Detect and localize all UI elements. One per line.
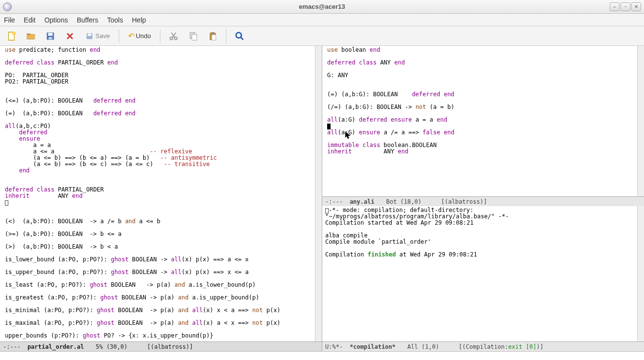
svg-rect-12 — [212, 35, 216, 40]
undo-button-label: Undo — [136, 32, 151, 40]
toolbar-separator — [226, 29, 226, 43]
svg-rect-9 — [192, 34, 197, 40]
modeline-pos: All (1,0) — [407, 343, 439, 350]
undo-button[interactable]: ↶ Undo — [125, 29, 154, 43]
toolbar-separator — [119, 29, 119, 43]
svg-rect-2 — [48, 33, 52, 36]
menubar: File Edit Options Buffers Tools Help — [0, 14, 644, 26]
svg-rect-11 — [211, 32, 214, 34]
compile-finished: finished — [368, 251, 396, 258]
menu-options[interactable]: Options — [44, 16, 68, 24]
compile-start: Compilation started at Wed Apr 29 09:08:… — [325, 219, 473, 226]
menu-edit[interactable]: Edit — [24, 16, 36, 24]
compile-module: Compile module `partial_order' — [325, 238, 431, 245]
modeline-mode: [(albatross)] — [147, 343, 193, 350]
modeline-prefix: U:%*- — [325, 343, 343, 350]
modeline-prefix: -:--- — [325, 198, 343, 205]
modeline-mode: [(Compilation:exit [0])] — [459, 343, 543, 350]
scrollbar[interactable] — [637, 206, 644, 341]
close-button[interactable]: ✕ — [631, 2, 641, 11]
workspace: use predicate; function end deferred cla… — [0, 46, 644, 351]
modeline-mode: [(albatross)] — [441, 198, 487, 205]
modeline-buffer: partial_order.al — [27, 343, 84, 350]
open-file-button[interactable] — [23, 29, 38, 43]
editor-any[interactable]: use boolean end deferred class ANY end G… — [322, 46, 637, 196]
modeline-pos: Bot (18,0) — [386, 198, 422, 205]
modeline-right-top[interactable]: -:--- any.ali Bot (18,0) [(albatross)] — [322, 196, 644, 206]
close-file-button[interactable] — [63, 29, 77, 43]
svg-rect-5 — [88, 33, 91, 36]
window-title: emacs@acer13 — [299, 3, 345, 10]
titlebar: emacs@acer13 – ▫ ✕ — [0, 0, 644, 14]
paste-button[interactable] — [205, 29, 220, 43]
menu-buffers[interactable]: Buffers — [77, 16, 98, 24]
modeline-left[interactable]: -:--- partial_order.al 5% (30,0) [(albat… — [0, 341, 322, 351]
emacs-icon — [3, 2, 12, 11]
svg-point-0 — [12, 31, 16, 35]
left-cursor — [5, 200, 8, 206]
modeline-prefix: -:--- — [3, 343, 21, 350]
minimize-button[interactable]: – — [610, 2, 620, 11]
scrollbar[interactable] — [637, 46, 644, 196]
new-file-button[interactable] — [4, 29, 19, 43]
svg-point-13 — [236, 32, 241, 38]
search-button[interactable] — [232, 29, 247, 43]
cut-button[interactable] — [166, 29, 181, 43]
toolbar-separator — [160, 29, 160, 43]
modeline-right-bot[interactable]: U:%*- *compilation* All (1,0) [(Compilat… — [322, 341, 644, 351]
copy-button[interactable] — [186, 29, 200, 43]
modeline-buffer: *compilation* — [350, 343, 396, 350]
menu-help[interactable]: Help — [132, 16, 146, 24]
save-button[interactable]: Save — [82, 29, 113, 43]
undo-arrow-icon: ↶ — [128, 31, 134, 41]
modeline-buffer: any.ali — [350, 198, 375, 205]
right-pane: use boolean end deferred class ANY end G… — [322, 46, 644, 351]
menu-file[interactable]: File — [4, 16, 15, 24]
maximize-button[interactable]: ▫ — [621, 2, 630, 11]
editor-partial-order[interactable]: use predicate; function end deferred cla… — [0, 46, 315, 341]
minibuffer[interactable] — [0, 351, 644, 360]
window-controls: – ▫ ✕ — [610, 2, 641, 11]
compile-header: -*- mode: compilation; default-directory… — [325, 207, 509, 220]
svg-rect-3 — [48, 37, 52, 39]
save-button-label: Save — [95, 32, 110, 40]
compile-cmd: alba compile — [325, 232, 368, 239]
save-file-button[interactable] — [43, 29, 58, 43]
scrollbar[interactable] — [315, 46, 322, 341]
modeline-pos: 5% (30,0) — [96, 343, 128, 350]
toolbar: Save ↶ Undo — [0, 26, 644, 46]
menu-tools[interactable]: Tools — [107, 16, 123, 24]
compilation-buffer[interactable]: -*- mode: compilation; default-directory… — [322, 206, 637, 341]
left-pane: use predicate; function end deferred cla… — [0, 46, 322, 351]
